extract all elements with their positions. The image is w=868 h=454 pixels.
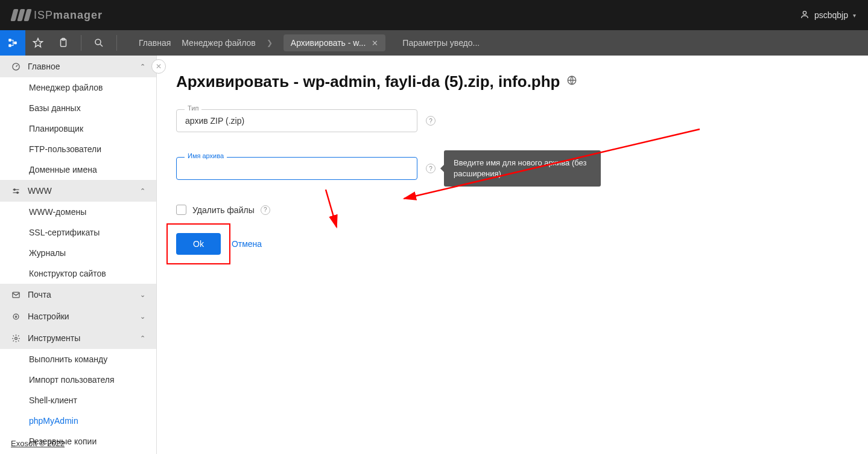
breadcrumb-tab-active[interactable]: Архивировать - w... ✕: [284, 34, 386, 51]
logo: ISPmanager: [12, 9, 103, 22]
clipboard-button[interactable]: [51, 30, 76, 56]
svg-rect-1: [8, 39, 11, 42]
svg-point-6: [95, 39, 101, 45]
help-icon[interactable]: ?: [261, 205, 270, 215]
footer-link[interactable]: Exosoft © 2022: [11, 439, 65, 448]
breadcrumb-tab-label: Архивировать - w...: [291, 38, 366, 48]
svg-point-12: [15, 316, 17, 318]
sidebar-item-ssl-сертификаты[interactable]: SSL-сертификаты: [0, 222, 156, 243]
breadcrumb-filemanager[interactable]: Менеджер файлов: [182, 38, 256, 48]
delete-files-checkbox[interactable]: [176, 205, 186, 215]
sidebar-group-главное[interactable]: Главное⌃: [0, 56, 156, 77]
archive-name-field[interactable]: Имя архива: [176, 157, 417, 180]
user-name: pscbqbjp: [814, 10, 848, 20]
sidebar-item-планировщик[interactable]: Планировщик: [0, 118, 156, 139]
archive-name-input[interactable]: [176, 157, 417, 180]
sidebar-group-настройки[interactable]: Настройки⌄: [0, 305, 156, 327]
sidebar-group-почта[interactable]: Почта⌄: [0, 284, 156, 305]
user-icon: [800, 10, 809, 21]
svg-point-13: [14, 337, 17, 339]
chevron-right-icon: ❯: [267, 39, 273, 47]
breadcrumb: Главная Менеджер файлов ❯ Архивировать -…: [139, 34, 480, 51]
page-title: Архивировать - wp-admin, fayli-da (5).zi…: [176, 72, 849, 91]
main: Архивировать - wp-admin, fayli-da (5).zi…: [157, 56, 868, 454]
chevron-up-icon: ⌃: [140, 334, 145, 342]
breadcrumb-home[interactable]: Главная: [139, 38, 171, 48]
sidebar-item-ftp-пользователи[interactable]: FTP-пользователи: [0, 139, 156, 159]
help-icon[interactable]: ?: [426, 116, 436, 126]
logo-text: ISPmanager: [34, 9, 103, 22]
sidebar-group-инструменты[interactable]: Инструменты⌃: [0, 327, 156, 349]
header: ISPmanager pscbqbjp ▾: [0, 0, 868, 30]
sidebar: Главное⌃Менеджер файловБазы данныхПланир…: [0, 56, 157, 454]
chevron-down-icon: ⌄: [140, 291, 145, 299]
breadcrumb-notifications[interactable]: Параметры уведо...: [402, 38, 480, 48]
archive-type-input[interactable]: [176, 109, 417, 132]
archive-type-label: Тип: [185, 104, 201, 112]
chevron-up-icon: ⌃: [140, 187, 145, 195]
svg-rect-3: [14, 42, 17, 45]
close-icon[interactable]: ✕: [372, 39, 378, 48]
cancel-button[interactable]: Отмена: [232, 239, 262, 249]
sidebar-item-выполнить-команду[interactable]: Выполнить команду: [0, 349, 156, 369]
gauge-icon: [11, 62, 21, 71]
sidebar-item-www-домены[interactable]: WWW-домены: [0, 202, 156, 222]
globe-icon[interactable]: [566, 75, 577, 89]
sidebar-item-импорт-пользователя[interactable]: Импорт пользователя: [0, 369, 156, 390]
tree-toggle-button[interactable]: [0, 30, 25, 56]
favorites-button[interactable]: [25, 30, 51, 56]
user-menu[interactable]: pscbqbjp ▾: [800, 10, 856, 21]
tooltip: Введите имя для нового архива (без расши…: [444, 150, 601, 187]
chevron-up-icon: ⌃: [140, 63, 145, 71]
collapse-sidebar-button[interactable]: ✕: [151, 59, 166, 74]
delete-files-label: Удалить файлы: [192, 205, 255, 215]
subheader: Главная Менеджер файлов ❯ Архивировать -…: [0, 30, 868, 56]
sliders-icon: [11, 187, 21, 196]
logo-bars-icon: [10, 9, 31, 21]
sidebar-item-конструктор-сайтов[interactable]: Конструктор сайтов: [0, 263, 156, 284]
mail-icon: [11, 290, 21, 299]
chevron-down-icon: ▾: [853, 12, 856, 19]
svg-rect-2: [8, 44, 11, 47]
sidebar-group-www[interactable]: WWW⌃: [0, 180, 156, 202]
cog-icon: [11, 312, 21, 321]
sidebar-item-доменные-имена[interactable]: Доменные имена: [0, 159, 156, 180]
svg-point-11: [13, 314, 19, 319]
sidebar-item-базы-данных[interactable]: Базы данных: [0, 98, 156, 118]
svg-point-0: [803, 11, 806, 14]
search-button[interactable]: [86, 30, 112, 56]
sidebar-item-phpmyadmin[interactable]: phpMyAdmin: [0, 411, 156, 431]
svg-point-9: [16, 191, 18, 193]
sidebar-item-shell-клиент[interactable]: Shell-клиент: [0, 390, 156, 411]
chevron-down-icon: ⌄: [140, 313, 145, 321]
gear-icon: [11, 334, 21, 343]
archive-type-field[interactable]: Тип: [176, 109, 417, 132]
ok-button[interactable]: Ok: [176, 233, 221, 255]
sidebar-item-менеджер-файлов[interactable]: Менеджер файлов: [0, 77, 156, 98]
help-icon[interactable]: ?: [426, 164, 436, 173]
svg-point-8: [13, 188, 15, 190]
archive-name-label: Имя архива: [185, 152, 227, 159]
sidebar-item-журналы[interactable]: Журналы: [0, 243, 156, 263]
annotation-arrows: [314, 111, 857, 292]
